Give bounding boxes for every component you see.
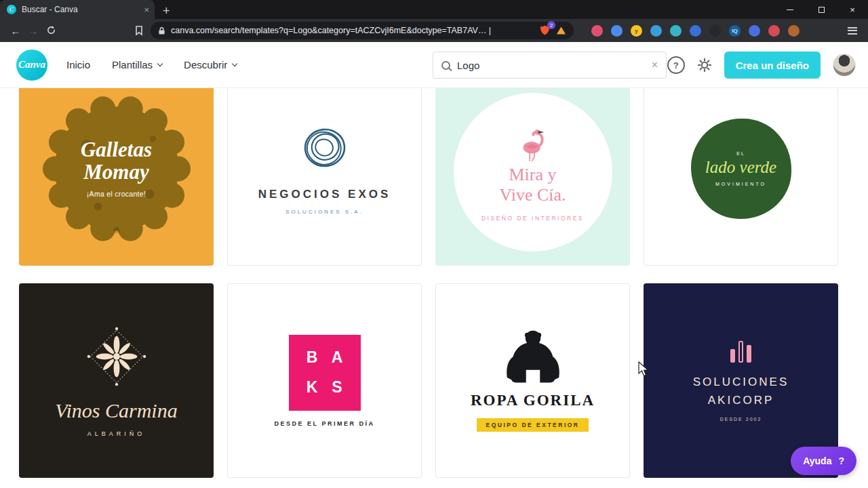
template-subtitle: DESDE EL PRIMER DÍA — [275, 420, 375, 427]
new-tab-button[interactable]: + — [163, 5, 170, 17]
template-title: NEGOCIOS EXOS — [258, 188, 391, 201]
extension-icon-3[interactable]: y — [631, 25, 642, 37]
tab-close-icon[interactable]: × — [144, 5, 149, 14]
extension-icon-2[interactable] — [611, 25, 623, 37]
template-subtitle: SOLUCIONES S.A. — [285, 209, 363, 215]
brave-shield-button[interactable]: 2 — [540, 24, 551, 37]
scribble-circle-icon — [300, 123, 350, 173]
browser-tab[interactable]: C Buscar - Canva × — [0, 0, 155, 19]
avatar[interactable] — [833, 54, 856, 77]
main-nav: Inicio Plantillas Descubrir — [66, 59, 237, 70]
extension-icon-1[interactable] — [591, 25, 603, 37]
search-icon — [441, 61, 450, 70]
canva-header: Canva Inicio Plantillas Descubrir × ? Cr… — [0, 42, 868, 88]
extensions-row: y IQ — [591, 25, 800, 37]
search-bar[interactable]: × — [433, 52, 667, 79]
template-subtitle: MOVIMIENTO — [715, 182, 766, 186]
logo-letter: S — [325, 373, 350, 403]
template-title-line2: Vive Cía. — [499, 185, 566, 205]
chevron-down-icon — [232, 61, 237, 66]
template-card-vinos-carmina[interactable]: Vinos Carmina ALBARIÑO — [19, 283, 214, 478]
hamburger-icon — [848, 27, 857, 28]
help-label: Ayuda — [803, 455, 831, 466]
template-card-el-lado-verde[interactable]: EL lado verde MOVIMIENTO — [644, 88, 838, 266]
lock-icon — [158, 26, 165, 35]
help-button[interactable]: ? — [667, 56, 685, 74]
browser-window: C Buscar - Canva × + × ← → canva.com/sea… — [0, 0, 868, 488]
maximize-button[interactable] — [806, 0, 837, 19]
white-circle: Mira y Vive Cía. DISEÑO DE INTERIORES — [454, 93, 612, 251]
mouse-cursor — [638, 361, 650, 378]
reload-button[interactable] — [42, 25, 60, 37]
flamingo-icon — [515, 123, 551, 162]
extension-icon-8[interactable]: IQ — [729, 25, 741, 37]
forward-button[interactable]: → — [24, 26, 42, 36]
template-title: Vinos Carmina — [55, 399, 177, 422]
template-card-baks[interactable]: B A K S DESDE EL PRIMER DÍA — [227, 283, 422, 478]
template-card-galletas-momay[interactable]: Galletas Momay ¡Ama el crocante! — [19, 88, 214, 266]
bar — [730, 349, 735, 363]
extension-icon-11[interactable] — [788, 25, 800, 37]
pink-square: B A K S — [289, 335, 361, 411]
question-mark-icon: ? — [838, 455, 844, 466]
green-circle: EL lado verde MOVIMIENTO — [691, 119, 791, 219]
template-card-negocios-exos[interactable]: NEGOCIOS EXOS SOLUCIONES S.A. — [227, 88, 422, 266]
template-card-mira-y-vive[interactable]: Mira y Vive Cía. DISEÑO DE INTERIORES — [435, 88, 630, 266]
template-title: lado verde — [705, 158, 776, 177]
menu-button[interactable] — [848, 27, 861, 35]
extension-icon-4[interactable] — [650, 25, 662, 37]
bookmark-icon — [134, 25, 144, 36]
minimize-button[interactable] — [774, 0, 806, 19]
template-title-line2: AKICORP — [708, 392, 774, 409]
address-bar[interactable]: canva.com/search/templates?q=Logo&catego… — [151, 22, 574, 39]
canva-logo[interactable]: Canva — [16, 49, 47, 81]
logo-letter: A — [325, 343, 350, 373]
ayuda-help-button[interactable]: Ayuda ? — [791, 447, 856, 475]
clear-search-icon[interactable]: × — [652, 60, 658, 70]
extension-icon-9[interactable] — [749, 25, 760, 37]
extension-icon-6[interactable] — [690, 25, 701, 37]
canva-favicon-icon: C — [7, 5, 16, 14]
bar — [747, 345, 751, 363]
tab-title: Buscar - Canva — [22, 5, 138, 14]
cookie-badge: Galletas Momay ¡Ama el crocante! — [38, 90, 195, 247]
template-tagline: ¡Ama el crocante! — [57, 190, 176, 198]
nav-item-inicio[interactable]: Inicio — [66, 59, 90, 70]
template-grid: Galletas Momay ¡Ama el crocante! NEGOCIO… — [0, 88, 868, 478]
extension-icon-5[interactable] — [670, 25, 682, 37]
warning-triangle-icon[interactable] — [556, 26, 566, 35]
extension-icon-10[interactable] — [768, 25, 780, 37]
close-button[interactable]: × — [837, 0, 868, 19]
template-top-word: EL — [736, 151, 745, 156]
template-title: ROPA GORILA — [471, 392, 595, 409]
extension-icon-7[interactable] — [709, 25, 721, 37]
logo-letter: K — [300, 373, 325, 403]
minimize-icon — [787, 9, 793, 10]
shield-badge: 2 — [547, 21, 555, 29]
bar — [738, 341, 743, 363]
bookmark-button[interactable] — [130, 25, 148, 36]
yellow-banner: EQUIPO DE EXTERIOR — [477, 418, 588, 432]
template-card-ropa-gorila[interactable]: ROPA GORILA EQUIPO DE EXTERIOR — [435, 283, 630, 478]
header-actions: ? Crea un diseño — [667, 42, 856, 88]
tab-strip: C Buscar - Canva × + × — [0, 0, 868, 19]
chevron-down-icon — [157, 61, 163, 66]
template-subtitle: DESDE 2002 — [720, 417, 762, 422]
maximize-icon — [818, 7, 825, 13]
browser-toolbar: ← → canva.com/search/templates?q=Logo&ca… — [0, 19, 868, 42]
settings-gear-icon[interactable] — [697, 58, 712, 73]
search-input[interactable] — [457, 60, 645, 71]
template-title: Galletas Momay — [57, 139, 176, 183]
bar-chart-icon — [730, 340, 751, 363]
nav-item-plantillas[interactable]: Plantillas — [112, 59, 162, 70]
template-title-line1: Mira y — [509, 165, 556, 185]
floral-ornament-icon — [85, 325, 149, 388]
back-button[interactable]: ← — [7, 26, 24, 36]
create-design-button[interactable]: Crea un diseño — [724, 52, 821, 79]
template-title-line1: SOLUCIONES — [693, 373, 789, 391]
gorilla-icon — [501, 329, 565, 386]
nav-item-descubrir[interactable]: Descubrir — [184, 59, 237, 70]
reload-icon — [46, 25, 56, 35]
template-subtitle: ALBARIÑO — [87, 430, 146, 437]
url-text: canva.com/search/templates?q=Logo&catego… — [171, 26, 534, 35]
